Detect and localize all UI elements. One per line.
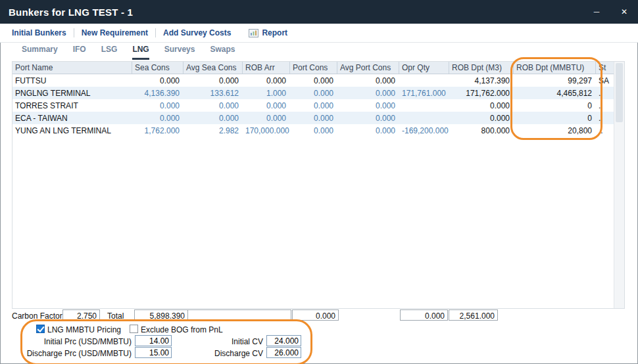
value-cell[interactable]: 0 (514, 99, 596, 112)
column-header[interactable]: ROB Dpt (M3) (449, 62, 514, 74)
value-cell[interactable]: 170,000.000 (243, 124, 290, 137)
value-cell[interactable]: -169,200.000 (399, 124, 449, 137)
column-header[interactable]: ROB Dpt (MMBTU) (514, 62, 596, 74)
total-opr-qty-field: 0.000 (400, 309, 448, 321)
tab-lng[interactable]: LNG (132, 45, 149, 60)
add-survey-costs-link[interactable]: Add Survey Costs (156, 28, 238, 37)
report-link-label: Report (258, 28, 295, 37)
value-cell[interactable]: 4,465,812 (514, 87, 596, 99)
value-cell[interactable]: 4,136.390 (132, 87, 184, 99)
value-cell[interactable]: 1.000 (243, 87, 290, 99)
value-cell[interactable]: 4,137.390 (449, 74, 514, 87)
value-cell[interactable]: 0.000 (132, 99, 184, 112)
bunkers-window: Bunkers for LNG TEST - 1 ─ ✕ Initial Bun… (0, 0, 638, 364)
value-cell[interactable]: 0.000 (184, 112, 243, 124)
value-cell[interactable] (399, 74, 449, 87)
total-empty-field (187, 309, 291, 321)
value-cell[interactable]: 0.000 (290, 87, 337, 99)
value-cell[interactable]: 0.000 (290, 112, 337, 124)
initial-cv-input[interactable] (266, 335, 301, 346)
column-header[interactable]: ROB Arr (243, 62, 290, 74)
total-rob-dpt-field: 2,561.000 (449, 309, 498, 321)
value-cell[interactable]: 0.000 (243, 112, 290, 124)
value-cell[interactable]: .. (596, 87, 615, 99)
new-requirement-link[interactable]: New Requirement (74, 28, 155, 37)
value-cell[interactable]: 0.000 (449, 112, 514, 124)
value-cell[interactable]: 0.000 (449, 99, 514, 112)
tab-ifo[interactable]: IFO (73, 45, 86, 60)
value-cell[interactable]: 0.000 (184, 99, 243, 112)
table-body: FUTTSU0.0000.0000.0000.0000.0004,137.390… (12, 74, 615, 137)
totals-row: Carbon Factor 2.750 Total 5,898.390 0.00… (0, 309, 638, 323)
value-cell[interactable] (399, 99, 449, 112)
lng-pricing-section: LNG MMBTU Pricing Exclude BOG from PnL I… (0, 323, 638, 364)
minimize-button[interactable]: ─ (583, 0, 610, 24)
value-cell[interactable]: 0.000 (243, 99, 290, 112)
port-name-cell[interactable]: YUNG AN LNG TERMINAL (12, 124, 132, 137)
value-cell[interactable]: 133.612 (184, 87, 243, 99)
table-row[interactable]: YUNG AN LNG TERMINAL1,762.0002.982170,00… (12, 124, 615, 137)
table-row[interactable]: FUTTSU0.0000.0000.0000.0000.0004,137.390… (12, 74, 615, 87)
port-name-cell[interactable]: PNGLNG TERMINAL (12, 87, 132, 99)
tab-lsg[interactable]: LSG (101, 45, 118, 60)
value-cell[interactable]: 0.000 (290, 99, 337, 112)
value-cell[interactable]: .. (596, 99, 615, 112)
column-header[interactable]: Avg Sea Cons (184, 62, 243, 74)
value-cell[interactable]: 20,800 (514, 124, 596, 137)
value-cell[interactable]: 1,762.000 (132, 124, 184, 137)
discharge-cv-label: Discharge CV (164, 349, 263, 358)
column-header[interactable]: Port Cons (290, 62, 337, 74)
value-cell[interactable] (399, 112, 449, 124)
tab-swaps[interactable]: Swaps (210, 45, 235, 60)
scrollbar-thumb[interactable] (616, 63, 623, 122)
value-cell[interactable]: 0.000 (184, 74, 243, 87)
value-cell[interactable]: 0.000 (132, 112, 184, 124)
vertical-scrollbar[interactable] (614, 62, 624, 308)
value-cell[interactable]: 0.000 (243, 74, 290, 87)
value-cell[interactable]: 171,762.000 (449, 87, 514, 99)
value-cell[interactable]: SA (596, 74, 615, 87)
toolbar: Initial Bunkers New Requirement Add Surv… (0, 24, 638, 43)
port-name-cell[interactable]: TORRES STRAIT (12, 99, 132, 112)
value-cell[interactable]: 0.000 (290, 74, 337, 87)
value-cell[interactable]: 0.000 (132, 74, 184, 87)
table-row[interactable]: ECA - TAIWAN0.0000.0000.0000.0000.0000.0… (12, 112, 615, 124)
tab-surveys[interactable]: Surveys (164, 45, 195, 60)
column-header[interactable]: St (596, 62, 615, 74)
total-port-cons-field: 0.000 (292, 309, 339, 321)
column-header[interactable]: Sea Cons (132, 62, 184, 74)
column-header[interactable]: Port Name (12, 62, 132, 74)
value-cell[interactable]: .. (596, 124, 615, 137)
value-cell[interactable]: 0 (514, 112, 596, 124)
report-button[interactable]: Report (249, 28, 295, 37)
tab-summary[interactable]: Summary (22, 45, 58, 60)
value-cell[interactable]: 0.000 (337, 74, 399, 87)
initial-bunkers-link[interactable]: Initial Bunkers (12, 28, 74, 37)
window-controls: ─ ✕ (583, 0, 638, 24)
exclude-bog-checkbox[interactable] (130, 325, 138, 333)
port-name-cell[interactable]: FUTTSU (12, 74, 132, 87)
table-header-row: Port NameSea ConsAvg Sea ConsROB ArrPort… (12, 62, 615, 74)
close-button[interactable]: ✕ (610, 0, 638, 24)
value-cell[interactable]: 0.000 (290, 124, 337, 137)
value-cell[interactable]: 2.982 (184, 124, 243, 137)
column-header[interactable]: Avg Port Cons (337, 62, 399, 74)
port-name-cell[interactable]: ECA - TAIWAN (12, 112, 132, 124)
value-cell[interactable]: 0.000 (337, 112, 399, 124)
value-cell[interactable]: 800.000 (449, 124, 514, 137)
value-cell[interactable]: 99,297 (514, 74, 596, 87)
table-row[interactable]: TORRES STRAIT0.0000.0000.0000.0000.0000.… (12, 99, 615, 112)
value-cell[interactable]: 0.000 (337, 99, 399, 112)
value-cell[interactable]: 0.000 (337, 124, 399, 137)
value-cell[interactable]: .. (596, 112, 615, 124)
table-row[interactable]: PNGLNG TERMINAL4,136.390133.6121.0000.00… (12, 87, 615, 99)
lng-mmbtu-pricing-label: LNG MMBTU Pricing (47, 325, 121, 334)
exclude-bog-label: Exclude BOG from PnL (141, 325, 223, 334)
discharge-prc-label: Discharge Prc (USD/MMBTU) (0, 349, 132, 358)
discharge-cv-input[interactable] (266, 347, 301, 358)
value-cell[interactable]: 0.000 (337, 87, 399, 99)
carbon-factor-field[interactable]: 2.750 (62, 309, 100, 321)
lng-mmbtu-pricing-checkbox[interactable] (36, 325, 45, 333)
value-cell[interactable]: 171,761.000 (399, 87, 449, 99)
column-header[interactable]: Opr Qty (399, 62, 449, 74)
